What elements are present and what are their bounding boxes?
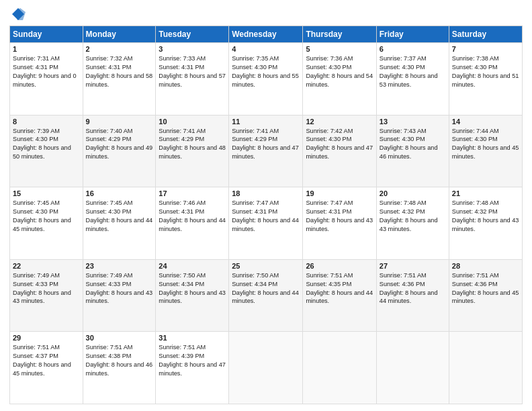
day-info: Sunrise: 7:51 AMSunset: 4:35 PMDaylight:…	[306, 271, 373, 306]
col-tuesday: Tuesday	[156, 26, 229, 43]
day-number: 7	[452, 45, 519, 53]
table-row: 11Sunrise: 7:41 AMSunset: 4:29 PMDayligh…	[229, 115, 303, 187]
calendar-table: Sunday Monday Tuesday Wednesday Thursday…	[9, 26, 523, 404]
table-row	[376, 332, 449, 404]
day-number: 25	[232, 262, 300, 270]
day-info: Sunrise: 7:32 AMSunset: 4:31 PMDaylight:…	[86, 54, 153, 89]
table-row: 26Sunrise: 7:51 AMSunset: 4:35 PMDayligh…	[303, 259, 376, 332]
calendar-week-4: 22Sunrise: 7:49 AMSunset: 4:33 PMDayligh…	[10, 259, 523, 332]
day-info: Sunrise: 7:37 AMSunset: 4:30 PMDaylight:…	[380, 54, 446, 89]
col-sunday: Sunday	[10, 26, 83, 43]
table-row	[229, 332, 303, 404]
table-row: 16Sunrise: 7:45 AMSunset: 4:30 PMDayligh…	[83, 187, 156, 260]
day-info: Sunrise: 7:47 AMSunset: 4:31 PMDaylight:…	[232, 199, 300, 234]
day-info: Sunrise: 7:33 AMSunset: 4:31 PMDaylight:…	[159, 54, 226, 89]
col-monday: Monday	[83, 26, 156, 43]
day-number: 10	[159, 118, 226, 126]
day-info: Sunrise: 7:49 AMSunset: 4:33 PMDaylight:…	[86, 271, 153, 306]
day-number: 18	[232, 189, 300, 197]
day-info: Sunrise: 7:51 AMSunset: 4:36 PMDaylight:…	[452, 271, 519, 306]
table-row: 4Sunrise: 7:35 AMSunset: 4:30 PMDaylight…	[229, 43, 303, 116]
day-number: 15	[13, 189, 80, 197]
day-number: 20	[380, 189, 446, 197]
table-row: 3Sunrise: 7:33 AMSunset: 4:31 PMDaylight…	[156, 43, 229, 116]
day-info: Sunrise: 7:46 AMSunset: 4:31 PMDaylight:…	[159, 199, 226, 234]
table-row: 6Sunrise: 7:37 AMSunset: 4:30 PMDaylight…	[376, 43, 449, 116]
table-row: 21Sunrise: 7:48 AMSunset: 4:32 PMDayligh…	[449, 187, 522, 260]
day-info: Sunrise: 7:40 AMSunset: 4:29 PMDaylight:…	[86, 127, 153, 162]
table-row: 1Sunrise: 7:31 AMSunset: 4:31 PMDaylight…	[10, 43, 83, 116]
day-number: 16	[86, 189, 153, 197]
day-info: Sunrise: 7:41 AMSunset: 4:29 PMDaylight:…	[159, 127, 226, 162]
day-info: Sunrise: 7:45 AMSunset: 4:30 PMDaylight:…	[86, 199, 153, 234]
table-row: 24Sunrise: 7:50 AMSunset: 4:34 PMDayligh…	[156, 259, 229, 332]
table-row: 8Sunrise: 7:39 AMSunset: 4:30 PMDaylight…	[10, 115, 83, 187]
table-row: 9Sunrise: 7:40 AMSunset: 4:29 PMDaylight…	[83, 115, 156, 187]
day-info: Sunrise: 7:43 AMSunset: 4:30 PMDaylight:…	[380, 127, 446, 162]
page-header	[9, 7, 523, 20]
day-number: 17	[159, 189, 226, 197]
day-number: 22	[13, 262, 80, 270]
day-info: Sunrise: 7:36 AMSunset: 4:30 PMDaylight:…	[306, 54, 373, 89]
col-wednesday: Wednesday	[229, 26, 303, 43]
table-row: 25Sunrise: 7:50 AMSunset: 4:34 PMDayligh…	[229, 259, 303, 332]
calendar-week-3: 15Sunrise: 7:45 AMSunset: 4:30 PMDayligh…	[10, 187, 523, 260]
day-info: Sunrise: 7:31 AMSunset: 4:31 PMDaylight:…	[13, 54, 80, 89]
table-row: 5Sunrise: 7:36 AMSunset: 4:30 PMDaylight…	[303, 43, 376, 116]
day-info: Sunrise: 7:47 AMSunset: 4:31 PMDaylight:…	[306, 199, 373, 234]
day-number: 9	[86, 118, 153, 126]
day-number: 24	[159, 262, 226, 270]
col-thursday: Thursday	[303, 26, 376, 43]
table-row: 29Sunrise: 7:51 AMSunset: 4:37 PMDayligh…	[10, 332, 83, 404]
day-number: 3	[159, 45, 226, 53]
day-info: Sunrise: 7:50 AMSunset: 4:34 PMDaylight:…	[159, 271, 226, 306]
day-number: 14	[452, 118, 519, 126]
day-number: 8	[13, 118, 80, 126]
day-number: 27	[380, 262, 446, 270]
table-row: 23Sunrise: 7:49 AMSunset: 4:33 PMDayligh…	[83, 259, 156, 332]
day-info: Sunrise: 7:38 AMSunset: 4:30 PMDaylight:…	[452, 54, 519, 89]
day-number: 26	[306, 262, 373, 270]
header-row: Sunday Monday Tuesday Wednesday Thursday…	[10, 26, 523, 43]
day-info: Sunrise: 7:51 AMSunset: 4:37 PMDaylight:…	[13, 343, 80, 378]
day-number: 31	[159, 334, 226, 342]
logo	[9, 7, 26, 20]
day-number: 6	[380, 45, 446, 53]
col-friday: Friday	[376, 26, 449, 43]
calendar-week-1: 1Sunrise: 7:31 AMSunset: 4:31 PMDaylight…	[10, 43, 523, 116]
day-number: 19	[306, 189, 373, 197]
table-row: 17Sunrise: 7:46 AMSunset: 4:31 PMDayligh…	[156, 187, 229, 260]
day-number: 1	[13, 45, 80, 53]
table-row	[449, 332, 522, 404]
calendar-week-2: 8Sunrise: 7:39 AMSunset: 4:30 PMDaylight…	[10, 115, 523, 187]
table-row: 13Sunrise: 7:43 AMSunset: 4:30 PMDayligh…	[376, 115, 449, 187]
day-number: 4	[232, 45, 300, 53]
table-row: 18Sunrise: 7:47 AMSunset: 4:31 PMDayligh…	[229, 187, 303, 260]
table-row: 15Sunrise: 7:45 AMSunset: 4:30 PMDayligh…	[10, 187, 83, 260]
day-number: 29	[13, 334, 80, 342]
table-row: 14Sunrise: 7:44 AMSunset: 4:30 PMDayligh…	[449, 115, 522, 187]
col-saturday: Saturday	[449, 26, 522, 43]
day-number: 13	[380, 118, 446, 126]
day-number: 11	[232, 118, 300, 126]
table-row: 2Sunrise: 7:32 AMSunset: 4:31 PMDaylight…	[83, 43, 156, 116]
day-info: Sunrise: 7:39 AMSunset: 4:30 PMDaylight:…	[13, 127, 80, 162]
table-row: 22Sunrise: 7:49 AMSunset: 4:33 PMDayligh…	[10, 259, 83, 332]
day-info: Sunrise: 7:35 AMSunset: 4:30 PMDaylight:…	[232, 54, 300, 89]
day-number: 12	[306, 118, 373, 126]
day-info: Sunrise: 7:51 AMSunset: 4:36 PMDaylight:…	[380, 271, 446, 306]
day-info: Sunrise: 7:42 AMSunset: 4:30 PMDaylight:…	[306, 127, 373, 162]
calendar-week-5: 29Sunrise: 7:51 AMSunset: 4:37 PMDayligh…	[10, 332, 523, 404]
day-info: Sunrise: 7:51 AMSunset: 4:39 PMDaylight:…	[159, 343, 226, 378]
day-number: 5	[306, 45, 373, 53]
table-row: 12Sunrise: 7:42 AMSunset: 4:30 PMDayligh…	[303, 115, 376, 187]
calendar: Sunday Monday Tuesday Wednesday Thursday…	[9, 26, 523, 404]
calendar-body: 1Sunrise: 7:31 AMSunset: 4:31 PMDaylight…	[10, 43, 523, 404]
day-info: Sunrise: 7:50 AMSunset: 4:34 PMDaylight:…	[232, 271, 300, 306]
page-container: Sunday Monday Tuesday Wednesday Thursday…	[0, 0, 532, 411]
day-info: Sunrise: 7:41 AMSunset: 4:29 PMDaylight:…	[232, 127, 300, 162]
day-number: 30	[86, 334, 153, 342]
table-row: 10Sunrise: 7:41 AMSunset: 4:29 PMDayligh…	[156, 115, 229, 187]
day-info: Sunrise: 7:45 AMSunset: 4:30 PMDaylight:…	[13, 199, 80, 234]
day-info: Sunrise: 7:44 AMSunset: 4:30 PMDaylight:…	[452, 127, 519, 162]
